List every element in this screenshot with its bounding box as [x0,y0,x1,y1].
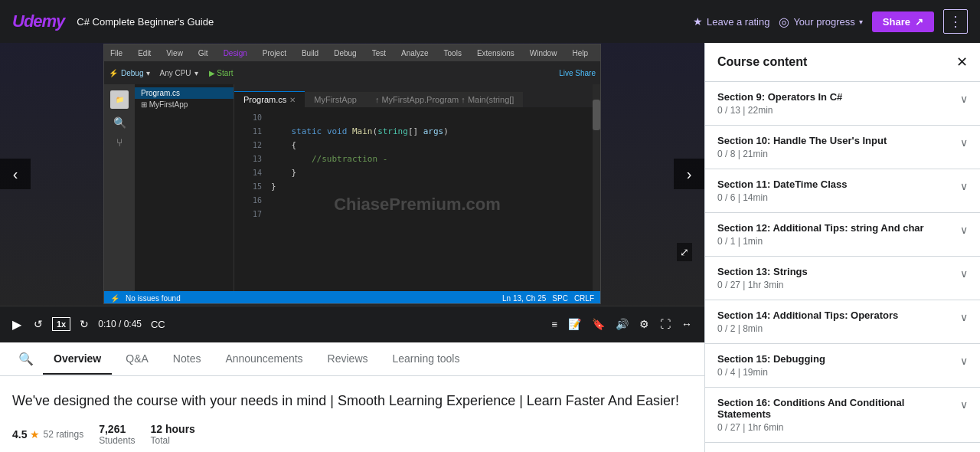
main-layout: File Edit View Git Design Project Build … [0,43,980,452]
notes-button[interactable]: 📝 [565,315,584,333]
sidebar-section-item[interactable]: Section 13: Strings 0 / 27 | 1hr 3min ∨ [705,257,980,300]
vscode-window: File Edit View Git Design Project Build … [103,44,601,304]
more-options-button[interactable]: ⋮ [943,9,968,34]
left-area: File Edit View Git Design Project Build … [0,43,704,452]
vscode-tab-main: ↑ MyFirstApp.Program ↑ Main(string[] [366,92,524,107]
chevron-down-icon: ∨ [960,267,968,280]
code-content: 10 11 static void Main(string[] args) 12… [234,107,600,224]
vscode-titlebar: File Edit View Git Design Project Build … [104,44,600,61]
sidebar-section-item[interactable]: Section 10: Handle The User's Input 0 / … [705,126,980,169]
vscode-menu-view: View [166,49,183,57]
close-sidebar-button[interactable]: ✕ [956,54,968,70]
prev-video-button[interactable]: ‹ [0,159,31,189]
students-value: 7,261 [99,423,135,435]
rating-block: 4.5 ★ 52 ratings [12,428,83,441]
fullscreen-button[interactable]: ⛶ [657,315,674,333]
speed-button[interactable]: 1x [52,317,70,331]
tab-reviews[interactable]: Reviews [317,343,379,374]
play-button[interactable]: ▶ [9,314,24,335]
scrollbar-thumb [593,100,600,130]
chevron-down-icon: ∨ [960,311,968,323]
vscode-menu-tools: Tools [444,49,462,57]
vscode-menu-design: Design [224,49,247,57]
sidebar-section-item[interactable]: Section 16: Conditions And Conditional S… [705,388,980,443]
sidebar-title: Course content [717,55,807,69]
explorer-item: ⊞ MyFirstApp [135,99,234,110]
vscode-menu-debug: Debug [334,49,356,57]
sidebar-sections-list: Section 9: Operators In C# 0 / 13 | 22mi… [705,82,980,452]
tab-announcements[interactable]: Announcements [214,343,313,374]
overview-content: We've designed the course with your need… [0,376,704,452]
expand-video-button[interactable]: ⤢ [677,243,692,261]
search-activity-icon: 🔍 [113,116,126,129]
transcript-button[interactable]: ≡ [548,316,560,333]
video-player: File Edit View Git Design Project Build … [0,43,704,306]
next-video-button[interactable]: › [674,159,704,189]
vscode-tab-myfirstapp: MyFirstApp [305,92,366,107]
your-progress-label: Your progress [793,16,854,28]
more-icon: ⋮ [949,13,962,30]
chevron-down-icon: ∨ [960,136,968,149]
leave-rating-button[interactable]: ★ Leave a rating [693,15,769,28]
rating-star-icon: ★ [30,428,40,441]
rating-count: 52 ratings [43,429,83,440]
volume-button[interactable]: 🔊 [612,315,632,333]
header-actions: ★ Leave a rating ◎ Your progress ▾ Share… [693,9,968,34]
tab-qa[interactable]: Q&A [115,343,159,374]
code-line-14: 14 } [234,165,600,179]
code-line-16: 16 [234,193,600,207]
duration-block: 12 hours Total [151,423,195,446]
bookmark-button[interactable]: 🔖 [589,315,608,333]
sidebar-section-item[interactable]: Section 14: Additional Tips: Operators 0… [705,300,980,344]
share-button[interactable]: Share ↗ [872,11,934,32]
vscode-menu-extensions: Extensions [477,49,514,57]
vscode-menu-help: Help [572,49,588,57]
sidebar-section-item[interactable]: Section 12: Additional Tips: string And … [705,213,980,257]
tabs-bar: 🔍 Overview Q&A Notes Announcements Revie… [0,342,704,376]
rewind-button[interactable]: ↺ [31,315,46,333]
share-arrow-icon: ↗ [915,16,923,28]
current-time: 0:10 [98,319,116,329]
captions-button[interactable]: CC [148,316,168,333]
vscode-menu-analyze: Analyze [401,49,429,57]
vscode-menu-edit: Edit [138,49,151,57]
video-content: File Edit View Git Design Project Build … [0,43,704,306]
chevron-down-icon: ∨ [960,398,968,411]
your-progress-button[interactable]: ◎ Your progress ▾ [779,15,862,29]
sidebar-section-item[interactable]: Section 11: DateTime Class 0 / 6 | 14min… [705,169,980,213]
vscode-activity-bar: 📁 🔍 ⑂ [104,84,135,291]
code-line-11: 11 static void Main(string[] args) [234,124,600,138]
chevron-down-icon: ∨ [960,93,968,105]
progress-icon: ◎ [779,15,789,29]
right-controls: ≡ 📝 🔖 🔊 ⚙ ⛶ ↔ [548,315,695,333]
vscode-main-area: 📁 🔍 ⑂ Program.cs ⊞ MyFirstApp [104,84,600,291]
sidebar-section-item[interactable]: Section 9: Operators In C# 0 / 13 | 22mi… [705,82,980,126]
sidebar-header: Course content ✕ [705,43,980,82]
leave-rating-label: Leave a rating [707,16,769,28]
video-controls: ▶ ↺ 1x ↻ 0:10 / 0:45 CC ≡ 📝 🔖 🔊 ⚙ ⛶ ↔ [0,306,704,342]
udemy-logo: Udemy [12,11,64,31]
vscode-tab-programcs: Program.cs ✕ [234,91,305,107]
share-label: Share [883,16,910,28]
code-line-10: 10 [234,110,600,124]
duration-value: 12 hours [151,423,195,435]
theater-button[interactable]: ↔ [678,315,695,333]
vscode-menu-file: File [110,49,122,57]
code-line-13: 13 //subtraction - [234,152,600,165]
total-time: 0:45 [124,319,142,329]
star-icon: ★ [693,15,703,28]
code-line-17: 17 [234,207,600,221]
tab-overview[interactable]: Overview [43,343,112,374]
students-block: 7,261 Students [99,423,135,446]
tab-learning-tools[interactable]: Learning tools [382,343,471,374]
settings-button[interactable]: ⚙ [636,315,652,333]
search-tab-icon[interactable]: 🔍 [12,346,40,372]
vscode-menu-test: Test [372,49,386,57]
git-activity-icon: ⑂ [116,136,122,149]
sidebar-section-item[interactable]: Section 15: Debugging 0 / 4 | 19min ∨ [705,344,980,388]
vscode-menu-window: Window [530,49,557,57]
vscode-editor-tabs: Program.cs ✕ MyFirstApp ↑ MyFirstApp.Pro… [234,84,600,107]
tab-notes[interactable]: Notes [162,343,212,374]
forward-button[interactable]: ↻ [77,315,92,333]
course-title: C# Complete Beginner's Guide [77,16,681,28]
